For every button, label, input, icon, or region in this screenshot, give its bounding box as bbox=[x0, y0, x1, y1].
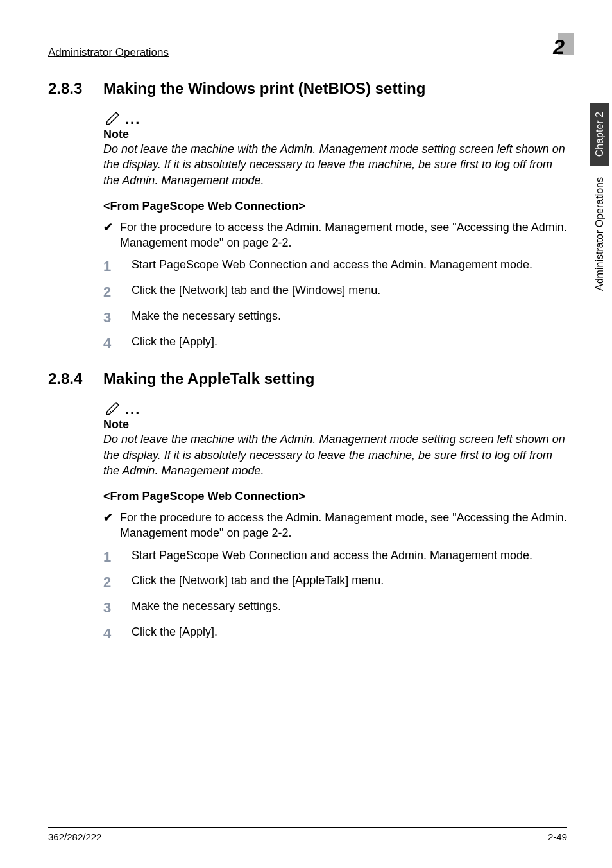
svg-line-3 bbox=[109, 410, 112, 412]
svg-line-2 bbox=[116, 403, 119, 405]
step-text: Make the necessary settings. bbox=[132, 598, 281, 618]
step-text: Start PageScope Web Connection and acces… bbox=[132, 548, 532, 567]
note-icon-row: ... bbox=[103, 107, 567, 126]
subheading-1: <From PageScope Web Connection> bbox=[103, 200, 567, 213]
section1-step-4: 4 Click the [Apply]. bbox=[103, 334, 567, 353]
section2-step-1: 1 Start PageScope Web Connection and acc… bbox=[103, 548, 567, 567]
step-number: 4 bbox=[103, 334, 132, 353]
step-number: 1 bbox=[103, 548, 132, 567]
section1-step-3: 3 Make the necessary settings. bbox=[103, 308, 567, 327]
note-label: Note bbox=[103, 128, 567, 141]
footer-left: 362/282/222 bbox=[48, 831, 101, 842]
note-text: Do not leave the machine with the Admin.… bbox=[103, 141, 567, 188]
note-block-1: ... Note Do not leave the machine with t… bbox=[103, 107, 567, 188]
footer-right: 2-49 bbox=[548, 831, 567, 842]
section-2-8-3-title: 2.8.3 Making the Windows print (NetBIOS)… bbox=[48, 79, 567, 98]
step-text: Start PageScope Web Connection and acces… bbox=[132, 257, 532, 276]
prerequisite-text: For the procedure to access the Admin. M… bbox=[120, 510, 567, 541]
prerequisite-1: ✔ For the procedure to access the Admin.… bbox=[103, 220, 567, 251]
note-block-2: ... Note Do not leave the machine with t… bbox=[103, 397, 567, 478]
checkmark-icon: ✔ bbox=[103, 510, 120, 541]
section2-step-4: 4 Click the [Apply]. bbox=[103, 624, 567, 643]
side-tab-section: Administrator Operations bbox=[593, 168, 607, 300]
section2-step-3: 3 Make the necessary settings. bbox=[103, 598, 567, 618]
step-number: 4 bbox=[103, 624, 132, 643]
section-number: 2.8.3 bbox=[48, 80, 103, 98]
note-text: Do not leave the machine with the Admin.… bbox=[103, 431, 567, 478]
section-number: 2.8.4 bbox=[48, 370, 103, 388]
step-number: 2 bbox=[103, 573, 132, 592]
step-number: 2 bbox=[103, 282, 132, 302]
note-pencil-icon bbox=[103, 397, 123, 417]
page-footer: 362/282/222 2-49 bbox=[48, 827, 567, 842]
side-tab: Chapter 2 Administrator Operations bbox=[588, 103, 612, 300]
subheading-2: <From PageScope Web Connection> bbox=[103, 490, 567, 503]
side-tab-chapter: Chapter 2 bbox=[590, 103, 609, 166]
header-chapter-number: 2 bbox=[550, 35, 567, 59]
note-dots-icon: ... bbox=[125, 403, 140, 417]
step-text: Click the [Apply]. bbox=[132, 334, 217, 353]
note-icon-row: ... bbox=[103, 397, 567, 417]
prerequisite-2: ✔ For the procedure to access the Admin.… bbox=[103, 510, 567, 541]
checkmark-icon: ✔ bbox=[103, 220, 120, 251]
section-heading: Making the Windows print (NetBIOS) setti… bbox=[103, 79, 425, 98]
section-heading: Making the AppleTalk setting bbox=[103, 369, 314, 388]
section-2-8-4-title: 2.8.4 Making the AppleTalk setting bbox=[48, 369, 567, 388]
step-number: 3 bbox=[103, 308, 132, 327]
step-text: Click the [Apply]. bbox=[132, 624, 217, 643]
step-number: 3 bbox=[103, 598, 132, 618]
section1-step-1: 1 Start PageScope Web Connection and acc… bbox=[103, 257, 567, 276]
step-text: Click the [Network] tab and the [AppleTa… bbox=[132, 573, 384, 592]
note-label: Note bbox=[103, 418, 567, 431]
chapter-number-text: 2 bbox=[553, 35, 565, 58]
step-number: 1 bbox=[103, 257, 132, 276]
step-text: Make the necessary settings. bbox=[132, 308, 281, 327]
prerequisite-text: For the procedure to access the Admin. M… bbox=[120, 220, 567, 251]
svg-line-1 bbox=[109, 119, 112, 122]
page-content: Administrator Operations 2 2.8.3 Making … bbox=[0, 0, 612, 790]
section1-step-2: 2 Click the [Network] tab and the [Windo… bbox=[103, 282, 567, 302]
note-pencil-icon bbox=[103, 107, 123, 126]
page-header: Administrator Operations 2 bbox=[48, 35, 567, 62]
step-text: Click the [Network] tab and the [Windows… bbox=[132, 282, 380, 302]
header-section-title: Administrator Operations bbox=[48, 46, 169, 59]
svg-line-0 bbox=[116, 112, 119, 115]
section2-step-2: 2 Click the [Network] tab and the [Apple… bbox=[103, 573, 567, 592]
note-dots-icon: ... bbox=[125, 112, 140, 126]
